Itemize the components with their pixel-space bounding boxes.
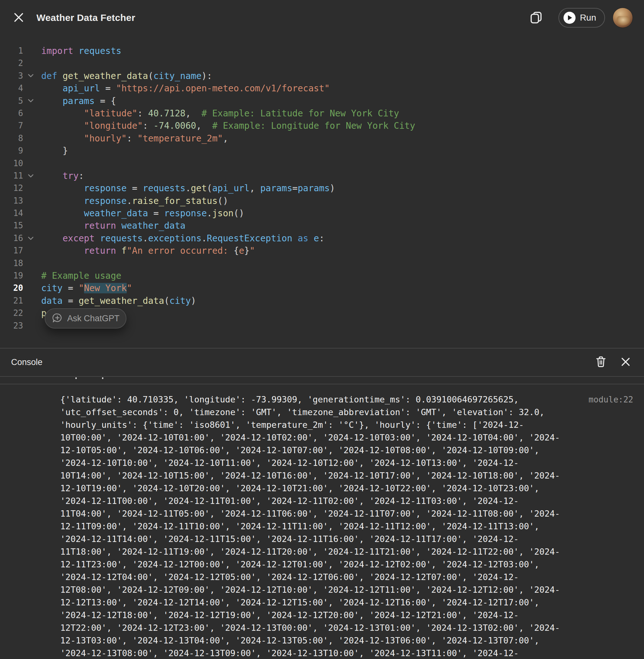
line-number: 10 [0,157,23,170]
code-line[interactable]: 6 "latitude": 40.7128, # Example: Latitu… [0,107,644,119]
ask-chatgpt-button[interactable]: Ask ChatGPT [45,308,127,329]
code-token: get_weather_data [63,71,148,81]
line-number: 9 [0,145,23,157]
code-token: ) [329,183,335,194]
code-line[interactable]: 18 [0,257,644,269]
fold-spacer [23,269,41,282]
fold-spacer [23,219,41,232]
code-text: # Example usage [41,269,644,282]
code-line[interactable]: 16 except requests.exceptions.RequestExc… [0,232,644,244]
code-token: get_weather_data [78,295,164,306]
fold-spacer [23,107,41,119]
fold-chevron-icon[interactable] [23,70,41,82]
ask-chatgpt-label: Ask ChatGPT [67,314,119,324]
copy-button[interactable] [528,9,545,26]
code-token: . [127,196,132,206]
code-token: RequestException [207,233,293,244]
code-text: params = { [41,95,644,107]
top-bar: Weather Data Fetcher Run [0,0,644,36]
code-token: : [143,120,154,131]
fold-spacer [23,82,41,94]
code-editor[interactable]: 1import requests23def get_weather_data(c… [0,45,644,332]
code-line[interactable]: 5 params = { [0,95,644,107]
code-text: "hourly": "temperature_2m", [41,132,644,145]
code-line[interactable]: 12 response = requests.get(api_url, para… [0,182,644,194]
code-token: () [217,196,228,206]
console-output: module:22 {'latitude': 40.710335, 'longi… [0,385,644,659]
code-token: # Example: Longitude for New York City [212,120,415,131]
console-line: 11T18:00', '2024-12-11T19:00', '2024-12-… [60,546,633,558]
code-token: = [100,83,116,93]
page-title: Weather Data Fetcher [37,13,135,23]
line-number: 8 [0,132,23,145]
code-token [95,233,100,244]
code-token: city [169,295,191,306]
code-token: ) [191,295,196,306]
code-token: : [78,171,84,181]
fold-chevron-icon[interactable] [23,232,41,244]
code-line[interactable]: 17 return f"An error occurred: {e}" [0,244,644,257]
code-line[interactable]: 3def get_weather_data(city_name): [0,70,644,82]
code-token: weather_data [121,220,185,231]
code-token: " [127,283,132,293]
code-token: = { [95,96,116,106]
close-button[interactable] [11,10,26,25]
code-token [292,233,298,244]
code-text: response.raise_for_status() [41,195,644,207]
console-line: '2024-12-12T18:00', '2024-12-12T19:00', … [60,609,633,621]
code-line[interactable]: 11 try: [0,170,644,182]
fold-spacer [23,307,41,320]
fold-spacer [23,145,41,157]
close-console-button[interactable] [618,355,633,370]
code-token [41,220,84,231]
code-line[interactable]: 4 api_url = "https://api.open-meteo.com/… [0,82,644,94]
ask-chatgpt-icon [52,312,63,325]
code-line[interactable]: 15 return weather_data [0,219,644,232]
code-token: = [63,295,78,306]
console-line: 10T00:00', '2024-12-10T01:00', '2024-12-… [60,431,633,444]
code-line[interactable]: 21data = get_weather_data(city) [0,294,644,307]
code-token: "temperature_2m" [137,133,223,144]
run-button[interactable]: Run [558,8,605,28]
code-line[interactable]: 1import requests [0,45,644,57]
fold-spacer [23,244,41,257]
code-line[interactable]: 13 response.raise_for_status() [0,195,644,207]
line-number: 3 [0,70,23,82]
code-token [73,46,78,56]
code-token [41,120,84,131]
code-line[interactable]: 14 weather_data = response.json() [0,207,644,219]
code-token: # Example: Latitude for New York City [202,108,399,118]
code-text [41,257,644,269]
line-number: 13 [0,195,23,207]
code-token: def [41,71,58,81]
fold-chevron-icon[interactable] [23,95,41,107]
code-token: = [63,283,78,293]
code-token: params [63,96,94,106]
fold-spacer [23,320,41,332]
code-token: e [314,233,319,244]
fold-chevron-icon[interactable] [23,170,41,182]
code-text [41,320,644,332]
code-token [41,208,84,219]
console-lines: {'latitude': 40.710335, 'longitude': -73… [60,393,633,659]
code-token: : [137,108,148,118]
code-text: return f"An error occurred: {e}" [41,244,644,257]
line-number: 16 [0,232,23,244]
code-token: " [78,283,84,293]
code-line[interactable]: 20city = "New York" [0,282,644,294]
clear-console-button[interactable] [594,355,608,370]
avatar[interactable] [613,7,633,28]
console-header: Console [0,349,644,377]
code-line[interactable]: 8 "hourly": "temperature_2m", [0,132,644,145]
code-token: weather_data [84,208,148,219]
selected-text: New York [84,283,127,293]
line-number: 22 [0,307,23,320]
code-line[interactable]: 10 [0,157,644,170]
code-line[interactable]: 9 } [0,145,644,157]
code-line[interactable]: 2 [0,57,644,69]
line-number: 12 [0,182,23,194]
code-token: f [121,245,127,256]
code-line[interactable]: 19# Example usage [0,269,644,282]
code-line[interactable]: 7 "longitude": -74.0060, # Example: Long… [0,119,644,132]
console-title: Console [11,357,43,367]
